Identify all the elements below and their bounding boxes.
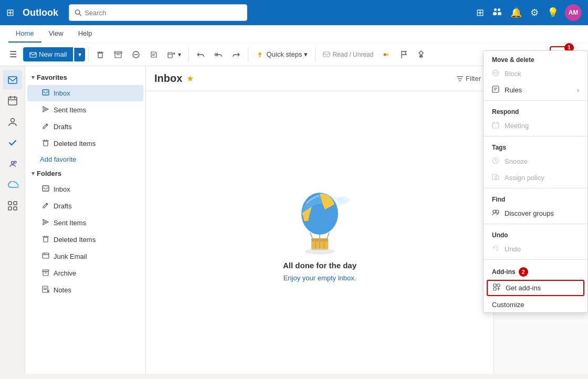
sidebar-item-drafts[interactable]: Drafts (27, 198, 143, 214)
sidebar-item-inbox[interactable]: Inbox (27, 181, 143, 197)
dropdown-discover-groups[interactable]: Discover groups (484, 205, 587, 222)
read-unread-button[interactable]: Read / Unread (319, 48, 377, 61)
folders-label: Folders (37, 170, 61, 177)
hamburger-button[interactable]: ☰ (4, 47, 22, 62)
get-addins-icon (493, 283, 500, 292)
block-label: Block (505, 70, 521, 78)
block-button[interactable] (128, 48, 144, 61)
sidebar-item-sent[interactable]: Sent Items (27, 215, 143, 231)
sidebar-item-inbox-fav[interactable]: Inbox (27, 85, 143, 101)
nav-apps[interactable] (3, 196, 22, 215)
discover-groups-icon (492, 209, 499, 218)
dropdown-get-addins[interactable]: Get add-ins (487, 280, 584, 296)
meeting-label: Meeting (505, 122, 529, 130)
bell-icon[interactable]: 🔔 (508, 5, 524, 20)
sidebar-item-archive[interactable]: Archive (27, 265, 143, 281)
tab-help[interactable]: Help (71, 25, 100, 43)
svg-rect-49 (14, 207, 17, 210)
svg-rect-24 (492, 86, 499, 92)
addins-badge: 2 (519, 267, 528, 277)
new-mail-button[interactable]: New mail (23, 47, 73, 61)
dropdown-rules[interactable]: Rules › (484, 82, 587, 98)
snooze-icon (492, 157, 499, 166)
sidebar-item-drafts-fav[interactable]: Drafts (27, 119, 143, 135)
divider-find (484, 188, 587, 188)
people-icon[interactable] (490, 5, 504, 21)
tab-view[interactable]: View (41, 25, 71, 43)
waffle-icon[interactable]: ⊞ (6, 7, 14, 18)
notes-icon (42, 286, 49, 294)
sidebar-item-deleted-fav[interactable]: Deleted Items (27, 135, 143, 152)
discover-groups-label: Discover groups (505, 209, 554, 217)
nav-onedrive[interactable] (3, 175, 22, 194)
envelope-icon (323, 51, 330, 58)
title-bar: ⊞ Outlook ⊞ 🔔 ⚙ 💡 AM (0, 0, 588, 25)
read-unread-label: Read / Unread (332, 51, 373, 58)
pin-button[interactable] (413, 48, 429, 61)
nav-people[interactable] (3, 112, 22, 131)
nav-tasks[interactable] (3, 133, 22, 152)
add-favorite-link[interactable]: Add favorite (25, 152, 145, 166)
inbox-title: Inbox (154, 72, 182, 85)
inbox-star-icon[interactable]: ★ (186, 73, 194, 83)
dropdown-customize[interactable]: Customize (484, 297, 587, 312)
nav-calendar[interactable] (3, 91, 22, 110)
divider-1 (88, 47, 89, 62)
search-input[interactable] (85, 9, 242, 17)
section-find: Find (484, 191, 587, 205)
favorites-header[interactable]: ▾ Favorites (25, 70, 145, 85)
forward-button[interactable] (228, 48, 245, 61)
filter-button[interactable]: Filter (452, 72, 485, 85)
svg-rect-50 (43, 90, 49, 95)
inbox-folder-icon (42, 185, 49, 194)
reply-all-button[interactable] (210, 48, 227, 61)
sidebar-item-notes[interactable]: Notes (27, 282, 143, 298)
sidebar-item-junk[interactable]: Junk Email (27, 248, 143, 265)
delete-button[interactable] (92, 48, 109, 61)
reply-button[interactable] (192, 48, 209, 61)
balloon-illustration (288, 183, 351, 257)
sidebar-item-sent-fav[interactable]: Sent Items (27, 102, 143, 118)
nav-mail[interactable] (3, 70, 22, 89)
nav-icons (0, 66, 25, 374)
avatar[interactable]: AM (565, 4, 582, 21)
svg-rect-56 (43, 186, 49, 191)
lightbulb-icon[interactable]: 💡 (545, 5, 561, 20)
section-move-delete: Move & delete (484, 51, 587, 66)
dropdown-undo: Undo (484, 241, 587, 257)
report-button[interactable] (145, 48, 162, 61)
trash-icon-fav (42, 139, 49, 148)
quick-steps-button[interactable]: Quick steps ▾ (251, 48, 312, 61)
svg-rect-2 (494, 8, 497, 11)
customize-label: Customize (492, 301, 524, 309)
drafts-folder-icon (42, 202, 49, 210)
categorize-button[interactable] (379, 48, 395, 61)
quick-steps-label: Quick steps (266, 50, 302, 58)
svg-point-85 (305, 248, 334, 255)
svg-rect-12 (115, 53, 121, 58)
sidebar-item-deleted[interactable]: Deleted Items (27, 231, 143, 248)
trash-folder-icon (42, 235, 49, 244)
archive-button[interactable] (110, 48, 127, 61)
nav-teams[interactable] (3, 154, 22, 173)
tab-home[interactable]: Home (8, 25, 41, 43)
sidebar-inbox-fav-label: Inbox (54, 89, 70, 97)
flag-button[interactable] (396, 48, 412, 61)
grid-icon[interactable]: ⊞ (474, 5, 486, 20)
divider-addins (484, 259, 587, 260)
search-bar[interactable] (69, 4, 247, 21)
settings-icon[interactable]: ⚙ (528, 5, 541, 20)
categorize-icon (383, 50, 391, 59)
move-button[interactable]: ▾ (163, 48, 185, 61)
move-icon (167, 50, 176, 59)
addins-header: Add-ins 2 (484, 262, 587, 279)
svg-rect-66 (43, 271, 48, 276)
new-mail-dropdown-button[interactable]: ▾ (74, 48, 85, 61)
quick-steps-icon (256, 50, 264, 59)
folders-header[interactable]: ▾ Folders (25, 166, 145, 181)
title-actions: ⊞ 🔔 ⚙ 💡 AM (474, 4, 582, 21)
svg-rect-35 (494, 284, 496, 287)
quick-steps-chevron: ▾ (304, 50, 308, 58)
sidebar-drafts-fav-label: Drafts (54, 123, 72, 131)
divider-4 (315, 47, 316, 62)
